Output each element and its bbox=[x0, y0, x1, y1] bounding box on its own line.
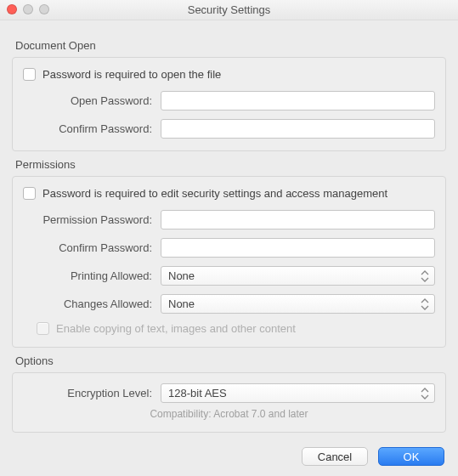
ok-button[interactable]: OK bbox=[378, 447, 444, 466]
open-password-required-checkbox[interactable] bbox=[23, 68, 36, 81]
permission-password-input[interactable] bbox=[161, 210, 435, 230]
window-title: Security Settings bbox=[0, 3, 458, 16]
permissions-password-required-label: Password is required to edit security se… bbox=[42, 187, 387, 200]
cancel-button[interactable]: Cancel bbox=[302, 447, 368, 466]
permission-confirm-password-input[interactable] bbox=[161, 238, 435, 258]
permission-password-label: Permission Password: bbox=[23, 213, 152, 226]
chevron-up-down-icon bbox=[421, 388, 429, 400]
printing-allowed-label: Printing Allowed: bbox=[23, 269, 152, 282]
chevron-up-down-icon bbox=[421, 298, 429, 310]
open-confirm-password-input[interactable] bbox=[161, 119, 435, 139]
printing-allowed-select[interactable]: None bbox=[161, 266, 435, 286]
group-label-document-open: Document Open bbox=[15, 39, 446, 52]
group-label-options: Options bbox=[15, 354, 446, 367]
close-icon[interactable] bbox=[7, 4, 17, 14]
zoom-icon bbox=[39, 4, 49, 14]
enable-copying-checkbox bbox=[37, 322, 49, 335]
encryption-level-value: 128-bit AES bbox=[168, 387, 227, 400]
changes-allowed-label: Changes Allowed: bbox=[23, 298, 152, 310]
changes-allowed-select[interactable]: None bbox=[161, 294, 435, 314]
open-password-required-label: Password is required to open the file bbox=[42, 68, 221, 81]
titlebar: Security Settings bbox=[0, 0, 458, 20]
chevron-up-down-icon bbox=[421, 270, 429, 282]
compatibility-text: Compatibility: Acrobat 7.0 and later bbox=[23, 408, 435, 420]
panel-options: Encryption Level: 128-bit AES Compatibil… bbox=[12, 372, 446, 433]
encryption-level-select[interactable]: 128-bit AES bbox=[161, 383, 435, 403]
printing-allowed-value: None bbox=[168, 269, 195, 282]
encryption-level-label: Encryption Level: bbox=[23, 387, 152, 400]
permissions-password-required-checkbox[interactable] bbox=[23, 187, 36, 200]
group-label-permissions: Permissions bbox=[15, 158, 446, 171]
open-password-label: Open Password: bbox=[23, 94, 152, 107]
panel-document-open: Password is required to open the file Op… bbox=[12, 57, 446, 151]
open-confirm-password-label: Confirm Password: bbox=[23, 122, 152, 135]
minimize-icon bbox=[23, 4, 33, 14]
enable-copying-label: Enable copying of text, images and other… bbox=[56, 322, 296, 335]
changes-allowed-value: None bbox=[168, 298, 195, 310]
permission-confirm-password-label: Confirm Password: bbox=[23, 241, 152, 254]
footer-buttons: Cancel OK bbox=[302, 447, 444, 466]
window: Security Settings Document Open Password… bbox=[0, 0, 458, 476]
open-password-input[interactable] bbox=[161, 91, 435, 110]
panel-permissions: Password is required to edit security se… bbox=[12, 176, 446, 348]
